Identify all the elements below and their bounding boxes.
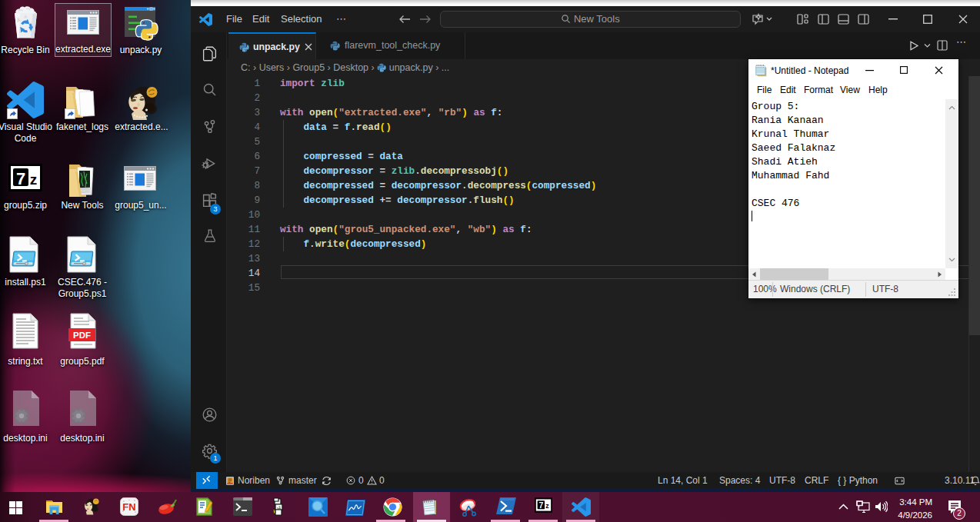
- svg-text:z: z: [545, 502, 549, 510]
- svg-text:FN: FN: [122, 501, 135, 513]
- svg-text:7: 7: [16, 169, 25, 188]
- svg-text:PDF: PDF: [73, 331, 91, 340]
- svg-text:z: z: [30, 171, 38, 188]
- svg-text:7: 7: [538, 501, 543, 510]
